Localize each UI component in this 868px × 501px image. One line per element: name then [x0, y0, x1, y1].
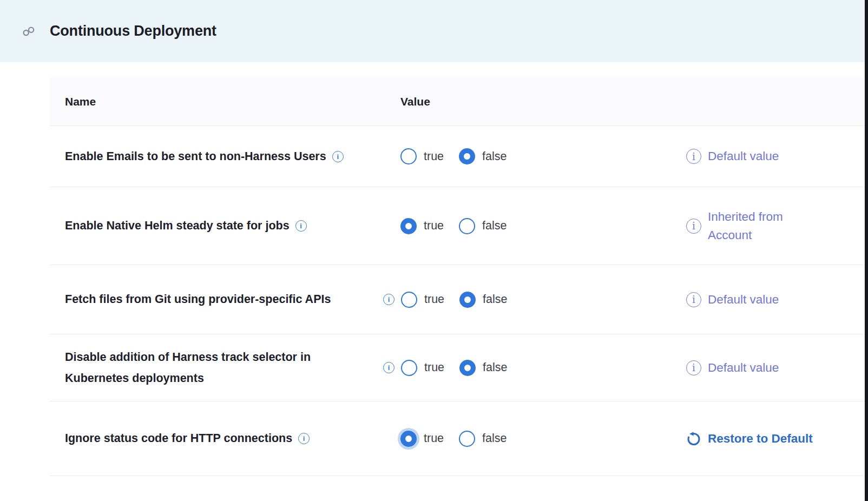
radio-option-false[interactable]: false [459, 292, 507, 308]
info-icon[interactable]: i [383, 362, 394, 373]
setting-status-cell: Restore to Default [686, 430, 865, 448]
radio-false-label: false [482, 432, 507, 445]
radio-false-label: false [483, 361, 507, 374]
info-icon[interactable]: i [686, 292, 701, 307]
radio-true[interactable] [401, 292, 417, 308]
radio-option-false[interactable]: false [459, 360, 507, 376]
setting-name-cell: Enable Native Helm steady state for jobs… [50, 215, 382, 236]
radio-false-label: false [483, 293, 507, 306]
setting-value-cell: true false [382, 148, 686, 164]
radio-false[interactable] [459, 431, 475, 447]
radio-true-label: true [424, 150, 444, 163]
info-icon[interactable]: i [332, 151, 344, 162]
radio-true-label: true [424, 432, 444, 445]
radio-true-label: true [424, 293, 444, 306]
page-title: Continuous Deployment [50, 23, 216, 39]
radio-option-true[interactable]: true [401, 292, 444, 308]
setting-status-cell: i Default value [686, 291, 865, 309]
info-icon[interactable]: i [298, 433, 310, 444]
setting-value-cell: i true false [382, 292, 686, 308]
info-icon[interactable]: i [295, 220, 307, 232]
status-badge: Default value [708, 147, 779, 166]
radio-false-label: false [482, 150, 507, 163]
setting-status-cell: i Default value [686, 147, 865, 166]
setting-name: Enable Native Helm steady state for jobs [65, 215, 290, 236]
radio-option-true[interactable]: true [401, 360, 444, 376]
restore-icon[interactable] [686, 431, 701, 446]
radio-option-false[interactable]: false [459, 431, 507, 447]
status-badge: Default value [708, 291, 779, 309]
radio-option-true[interactable]: true [400, 431, 444, 447]
setting-value-cell: true false [382, 218, 686, 234]
radio-true-label: true [424, 219, 444, 233]
info-icon[interactable]: i [686, 149, 701, 164]
radio-true-label: true [424, 361, 444, 374]
radio-false[interactable] [459, 360, 476, 376]
link-icon[interactable] [21, 23, 37, 39]
restore-to-default-link[interactable]: Restore to Default [708, 430, 813, 448]
radio-false[interactable] [459, 218, 475, 234]
info-icon[interactable]: i [383, 294, 394, 305]
info-icon[interactable]: i [686, 360, 701, 375]
radio-true[interactable] [401, 360, 417, 376]
table-row: Disable addition of Harness track select… [50, 334, 865, 401]
radio-false-label: false [482, 219, 507, 233]
window-edge [865, 0, 868, 501]
radio-option-true[interactable]: true [400, 218, 444, 234]
setting-name-cell: Enable Emails to be sent to non-Harness … [50, 146, 382, 167]
column-header-name: Name [50, 95, 382, 108]
setting-value-cell: true false [382, 431, 686, 447]
radio-option-false[interactable]: false [459, 218, 507, 234]
setting-name: Enable Emails to be sent to non-Harness … [65, 146, 326, 167]
setting-name: Fetch files from Git using provider-spec… [65, 289, 331, 310]
setting-name: Ignore status code for HTTP connections [65, 428, 292, 449]
radio-true[interactable] [400, 431, 417, 447]
section-header: Continuous Deployment [0, 0, 865, 62]
radio-false[interactable] [459, 292, 476, 308]
radio-true[interactable] [400, 148, 417, 164]
radio-option-false[interactable]: false [459, 148, 507, 164]
setting-name-cell: Fetch files from Git using provider-spec… [50, 289, 382, 310]
table-row: Fetch files from Git using provider-spec… [50, 265, 865, 334]
table-row: Enable Native Helm steady state for jobs… [50, 187, 865, 265]
table-header-row: Name Value [50, 77, 865, 126]
setting-name-cell: Disable addition of Harness track select… [50, 347, 382, 388]
setting-status-cell: i Default value [686, 359, 865, 377]
status-badge: Default value [708, 359, 779, 377]
setting-name-cell: Ignore status code for HTTP connections … [50, 428, 382, 449]
table-row: Ignore status code for HTTP connections … [50, 401, 865, 476]
table-row: Enable Emails to be sent to non-Harness … [50, 126, 865, 187]
status-badge: Inherited from Account [708, 208, 816, 245]
radio-true[interactable] [400, 218, 417, 234]
info-icon[interactable]: i [686, 219, 701, 234]
settings-table: Name Value Enable Emails to be sent to n… [50, 77, 865, 476]
setting-value-cell: i true false [382, 360, 686, 376]
setting-name: Disable addition of Harness track select… [65, 347, 368, 388]
radio-false[interactable] [459, 148, 475, 164]
column-header-value: Value [382, 95, 686, 108]
setting-status-cell: i Inherited from Account [686, 208, 865, 245]
radio-option-true[interactable]: true [400, 148, 444, 164]
